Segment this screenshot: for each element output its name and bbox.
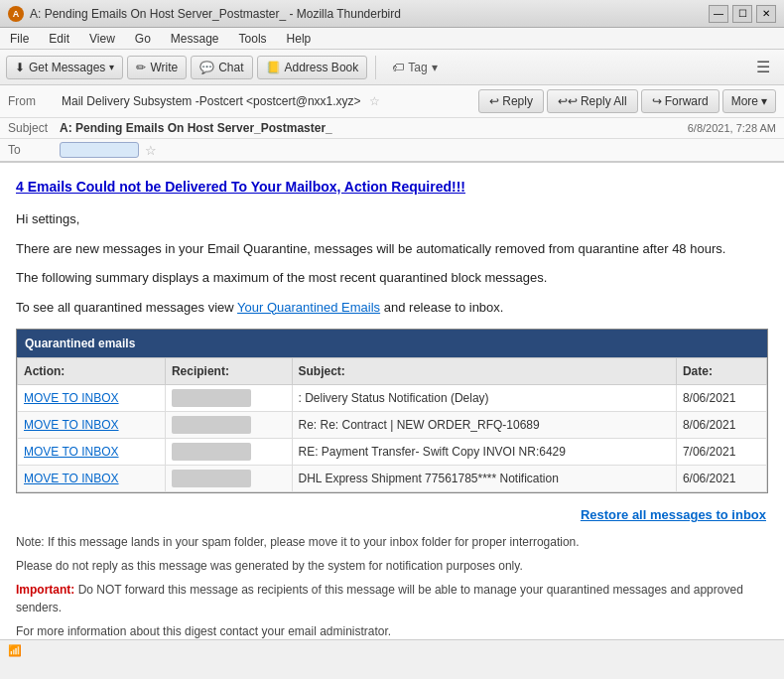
email-para3: To see all quarantined messages view You… [16, 298, 768, 318]
move-to-inbox-link[interactable]: MOVE TO INBOX [18, 439, 166, 466]
more-button[interactable]: More ▾ [722, 89, 776, 113]
email-heading: 4 Emails Could not be Delivered To Your … [16, 177, 768, 198]
table-row: MOVE TO INBOX Re: Re: Contract | NEW ORD… [18, 412, 767, 439]
get-messages-label: Get Messages [29, 61, 105, 74]
toolbar-separator [375, 56, 376, 79]
col-subject: Subject: [292, 358, 676, 385]
email-body: 027 4 Emails Could not be Delivered To Y… [0, 163, 784, 639]
date-cell: 6/06/2021 [676, 466, 766, 492]
forward-icon: ↪ [652, 94, 662, 108]
menu-view[interactable]: View [85, 30, 119, 48]
move-to-inbox-link[interactable]: MOVE TO INBOX [18, 385, 166, 412]
forward-label: Forward [665, 94, 709, 108]
maximize-button[interactable]: ☐ [732, 5, 752, 23]
tag-icon: 🏷 [392, 61, 404, 74]
menu-message[interactable]: Message [167, 30, 223, 48]
date-cell: 8/06/2021 [676, 412, 766, 439]
window-controls[interactable]: — ☐ ✕ [709, 5, 776, 23]
menu-edit[interactable]: Edit [45, 30, 73, 48]
email-para2: The following summary displays a maximum… [16, 268, 768, 288]
para3-post: and release to inbox. [384, 300, 504, 315]
reply-button[interactable]: ↩ Reply [478, 89, 544, 113]
quarantine-table-header: Quarantined emails [17, 330, 767, 357]
recipient-cell [165, 412, 292, 439]
menu-go[interactable]: Go [131, 30, 155, 48]
menu-help[interactable]: Help [283, 30, 316, 48]
col-recipient: Recipient: [165, 358, 292, 385]
table-row: MOVE TO INBOX : Delivery Status Notifica… [18, 385, 767, 412]
chat-button[interactable]: 💬 Chat [191, 56, 252, 79]
important-note: Important: Do NOT forward this message a… [16, 581, 768, 616]
tag-label: Tag [408, 61, 427, 74]
menu-tools[interactable]: Tools [235, 30, 271, 48]
para3-pre: To see all quarantined messages view [16, 300, 237, 315]
quarantine-table: Action: Recipient: Subject: Date: MOVE T… [17, 357, 767, 492]
star-icon[interactable]: ☆ [369, 94, 380, 108]
forward-button[interactable]: ↪ Forward [641, 89, 719, 113]
address-book-label: Address Book [285, 61, 359, 74]
minimize-button[interactable]: — [709, 5, 728, 23]
write-button[interactable]: ✏ Write [127, 56, 187, 79]
write-label: Write [150, 61, 178, 74]
table-row: MOVE TO INBOX RE: Payment Transfer- Swif… [18, 439, 767, 466]
close-button[interactable]: ✕ [756, 5, 776, 23]
email-date: 6/8/2021, 7:28 AM [688, 122, 776, 134]
important-text: Do NOT forward this message as recipient… [16, 583, 743, 614]
to-row: To ☆ [0, 139, 784, 163]
app-icon: A [8, 6, 24, 22]
quarantined-emails-link[interactable]: Your Quarantined Emails [237, 300, 380, 315]
important-label: Important: [16, 583, 74, 597]
subject-cell: DHL Express Shipment 77561785**** Notifi… [292, 466, 676, 492]
menu-bar: File Edit View Go Message Tools Help [0, 28, 784, 50]
hamburger-button[interactable]: ☰ [748, 54, 778, 80]
subject-value: A: Pending Emails On Host Server_Postmas… [60, 121, 688, 135]
toolbar: ⬇ Get Messages ▾ ✏ Write 💬 Chat 📒 Addres… [0, 50, 784, 85]
note2: Please do not reply as this message was … [16, 557, 768, 575]
reply-all-label: Reply All [581, 94, 627, 108]
note3: For more information about this digest c… [16, 622, 768, 640]
subject-cell: RE: Payment Transfer- Swift Copy INVOI N… [292, 439, 676, 466]
reply-label: Reply [502, 94, 533, 108]
recipient-cell [165, 439, 292, 466]
date-cell: 7/06/2021 [676, 439, 766, 466]
from-label: From [8, 94, 58, 108]
restore-all-link[interactable]: Restore all messages to inbox [16, 505, 766, 525]
address-book-button[interactable]: 📒 Address Book [257, 56, 368, 79]
move-to-inbox-link[interactable]: MOVE TO INBOX [18, 412, 166, 439]
reply-icon: ↩ [489, 94, 499, 108]
subject-cell: Re: Re: Contract | NEW ORDER_RFQ-10689 [292, 412, 676, 439]
status-bar: 📶 [0, 639, 784, 661]
subject-cell: : Delivery Status Notification (Delay) [292, 385, 676, 412]
email-greeting: Hi settings, [16, 209, 768, 229]
move-to-inbox-link[interactable]: MOVE TO INBOX [18, 466, 166, 492]
reply-all-icon: ↩↩ [558, 94, 578, 108]
get-messages-dropdown-icon: ▾ [109, 62, 114, 72]
to-star-icon[interactable]: ☆ [145, 143, 157, 158]
address-book-icon: 📒 [266, 61, 281, 74]
get-messages-icon: ⬇ [15, 61, 25, 74]
note1: Note: If this message lands in your spam… [16, 533, 768, 551]
email-para1: There are new messages in your Email Qua… [16, 239, 768, 259]
more-label: More [731, 94, 758, 108]
to-label: To [8, 143, 60, 157]
window-title: A: Pending Emails On Host Server_Postmas… [30, 7, 401, 21]
write-icon: ✏ [136, 61, 146, 74]
get-messages-button[interactable]: ⬇ Get Messages ▾ [6, 56, 123, 79]
subject-row: Subject A: Pending Emails On Host Server… [0, 118, 784, 139]
reply-all-button[interactable]: ↩↩ Reply All [547, 89, 638, 113]
recipient-cell [165, 385, 292, 412]
more-dropdown-icon: ▾ [761, 94, 767, 108]
tag-button[interactable]: 🏷 Tag ▾ [384, 57, 445, 78]
title-bar: A A: Pending Emails On Host Server_Postm… [0, 0, 784, 28]
email-from-row: From Mail Delivery Subsystem -Postcert <… [0, 85, 784, 118]
col-action: Action: [18, 358, 166, 385]
tag-dropdown-icon: ▾ [432, 61, 438, 74]
table-row: MOVE TO INBOX DHL Express Shipment 77561… [18, 466, 767, 492]
to-value [60, 142, 139, 158]
recipient-cell [165, 466, 292, 492]
wifi-icon: 📶 [8, 644, 22, 657]
menu-file[interactable]: File [6, 30, 33, 48]
col-date: Date: [676, 358, 766, 385]
quarantine-table-wrapper: Quarantined emails Action: Recipient: Su… [16, 329, 768, 493]
chat-icon: 💬 [199, 61, 214, 74]
